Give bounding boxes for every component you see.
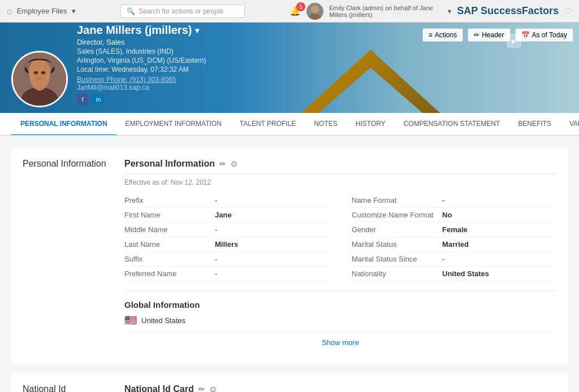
employee-email[interactable]: JanMil@mail013.sap.ca: [77, 84, 206, 92]
card-header: Personal Information ✏ ⊙: [124, 159, 556, 174]
notification-badge: 5: [296, 2, 305, 11]
field-value-middle-name: -: [215, 225, 217, 234]
search-icon: 🔍: [127, 7, 135, 15]
name-chevron-icon: ▾: [195, 26, 199, 35]
employee-name[interactable]: Jane Millers (jmillers) ▾: [77, 24, 206, 37]
us-flag-icon: 🇺🇸: [124, 314, 137, 326]
user-avatar-small: [306, 3, 323, 20]
field-middle-name: Middle Name -: [124, 223, 329, 237]
as-of-today-button[interactable]: 📅 As of Today: [515, 28, 573, 42]
field-gender: Gender Female: [352, 223, 556, 237]
search-box[interactable]: 🔍 Search for actions or people: [120, 5, 245, 18]
tab-notes[interactable]: NOTES: [305, 113, 346, 136]
linkedin-icon[interactable]: in: [93, 94, 104, 105]
global-info-country: 🇺🇸 United States: [124, 314, 556, 326]
field-customize-name: Customize Name Format No: [352, 208, 556, 223]
user-chevron-icon[interactable]: ▾: [448, 7, 451, 15]
field-preferred-name: Preferred Name -: [124, 267, 329, 281]
svg-point-0: [311, 5, 319, 13]
national-id-sidebar-title: National Id Information: [23, 384, 113, 392]
sap-logo: SAP SuccessFactors: [457, 5, 559, 17]
edit-card-icon[interactable]: ✏: [219, 159, 226, 168]
home-icon[interactable]: ⌂: [7, 6, 12, 16]
field-value-customize-name: No: [442, 211, 452, 219]
play-video-button[interactable]: ▶: [507, 34, 521, 47]
search-placeholder: Search for actions or people: [139, 7, 223, 15]
field-label-preferred-name: Preferred Name: [124, 269, 215, 278]
field-marital-status: Marital Status Married: [352, 237, 556, 252]
svg-point-5: [29, 59, 50, 81]
tab-varia[interactable]: VARIA: [560, 113, 579, 136]
top-nav-left: ⌂ Employee Files ▾: [7, 6, 76, 16]
field-label-first-name: First Name: [124, 211, 215, 219]
tab-compensation-statement[interactable]: COMPENSATION STATEMENT: [395, 113, 509, 136]
field-value-marital-status: Married: [442, 240, 469, 249]
edit-national-id-icon[interactable]: ✏: [198, 385, 205, 392]
history-card-icon[interactable]: ⊙: [231, 159, 237, 168]
fields-container: Prefix - First Name Jane Middle Name - L…: [124, 193, 556, 281]
heart-icon[interactable]: ♡: [564, 6, 572, 16]
field-value-prefix: -: [215, 196, 217, 204]
field-name-format: Name Format -: [352, 193, 556, 208]
local-time: Local time: Wednesday, 07:32:32 AM: [77, 66, 206, 73]
field-value-first-name: Jane: [215, 211, 232, 219]
national-id-section: National Id Information National Id Card…: [11, 373, 568, 392]
tab-benefits[interactable]: BENEFITS: [509, 113, 560, 136]
employee-department: Sales (SALES), Industries (IND): [77, 47, 206, 55]
hero-section: ▶ ≡ Actions ✏ Header 📅 As of Today: [0, 23, 579, 113]
field-value-marital-status-since: -: [442, 255, 444, 263]
breadcrumb-chevron-icon: ▾: [72, 7, 76, 15]
field-label-suffix: Suffix: [124, 255, 215, 263]
hero-actions: ▶ ≡ Actions ✏ Header 📅 As of Today: [422, 28, 573, 42]
employee-location: Arlington, Virginia (US_DCM) (US/Eastern…: [77, 56, 206, 64]
business-phone[interactable]: Business Phone: (913) 303-8065: [77, 76, 206, 84]
edit-icon: ✏: [474, 31, 479, 39]
field-prefix: Prefix -: [124, 193, 329, 208]
svg-point-6: [34, 71, 38, 75]
tab-personal-information[interactable]: PERSONAL INFORMATION: [11, 113, 116, 136]
card-title: Personal Information: [124, 159, 215, 169]
tab-employment-information[interactable]: EMPLOYMENT INFORMATION: [116, 113, 231, 136]
show-more-button[interactable]: Show more: [124, 332, 556, 352]
field-value-suffix: -: [215, 255, 217, 263]
field-value-gender: Female: [442, 225, 468, 234]
field-first-name: First Name Jane: [124, 208, 329, 223]
section-sidebar: Personal Information: [23, 159, 113, 352]
field-label-name-format: Name Format: [352, 196, 442, 204]
field-value-last-name: Millers: [215, 240, 238, 249]
breadcrumb[interactable]: Employee Files: [17, 7, 67, 15]
field-nationality: Nationality United States: [352, 267, 556, 281]
facebook-icon[interactable]: f: [77, 94, 88, 105]
field-value-nationality: United States: [442, 269, 489, 278]
field-label-marital-status-since: Marital Status Since: [352, 255, 442, 263]
field-label-gender: Gender: [352, 225, 442, 234]
personal-info-card: Personal Information ✏ ⊙ Effective as of…: [124, 159, 556, 352]
personal-info-section: Personal Information Personal Informatio…: [11, 147, 568, 364]
field-suffix: Suffix -: [124, 252, 329, 267]
top-nav-right: 🔔 5 Emily Clark (admin) on behalf of Jan…: [290, 3, 572, 20]
calendar-icon: 📅: [521, 31, 530, 39]
field-label-middle-name: Middle Name: [124, 225, 215, 234]
avatar: [11, 51, 68, 107]
main-content: Personal Information Personal Informatio…: [0, 136, 579, 392]
tab-talent-profile[interactable]: TALENT PROFILE: [231, 113, 305, 136]
header-button[interactable]: ✏ Header: [468, 28, 510, 42]
left-fields: Prefix - First Name Jane Middle Name - L…: [124, 193, 329, 281]
hero-content: Jane Millers (jmillers) ▾ Director, Sale…: [11, 24, 206, 107]
tab-history[interactable]: HISTORY: [347, 113, 395, 136]
divider: [124, 290, 556, 291]
global-info-title: Global Information: [124, 300, 556, 310]
history-national-id-icon[interactable]: ⊙: [210, 385, 217, 392]
national-id-card: National Id Card ✏ ⊙ 🇺🇸 United States So…: [124, 384, 556, 392]
svg-point-1: [308, 14, 322, 20]
field-value-name-format: -: [442, 196, 444, 204]
field-label-marital-status: Marital Status: [352, 240, 442, 249]
top-nav: ⌂ Employee Files ▾ 🔍 Search for actions …: [0, 0, 579, 23]
effective-date: Effective as of: Nov 12, 2012: [124, 178, 556, 186]
actions-button[interactable]: ≡ Actions: [422, 28, 463, 42]
notification-icon[interactable]: 🔔 5: [290, 6, 301, 16]
user-display: Emily Clark (admin) on behalf of Jane Mi…: [329, 5, 442, 18]
hero-info: Jane Millers (jmillers) ▾ Director, Sale…: [77, 24, 206, 107]
field-marital-status-since: Marital Status Since -: [352, 252, 556, 267]
employee-title: Director, Sales: [77, 38, 206, 46]
